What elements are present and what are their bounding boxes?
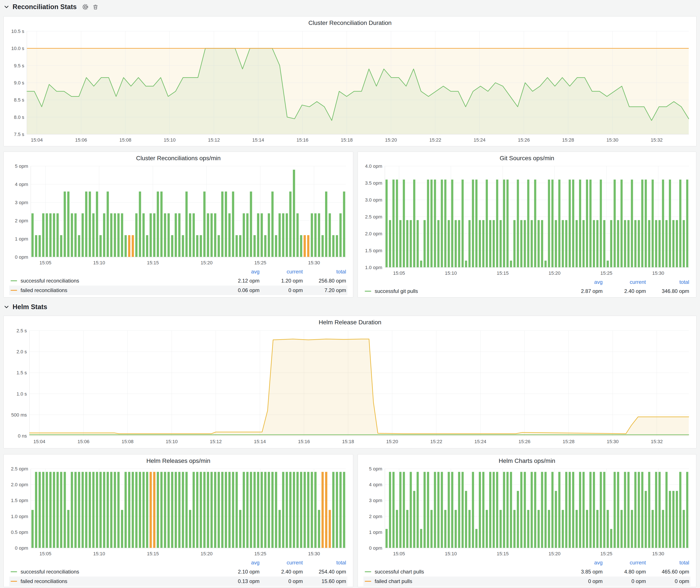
bar-successful-git-pulls[interactable]	[589, 179, 592, 267]
bar-successful-reconciliations[interactable]	[117, 472, 119, 548]
bar-successful-chart-pulls[interactable]	[458, 472, 460, 548]
bar-successful-reconciliations[interactable]	[268, 213, 270, 257]
bar-successful-reconciliations[interactable]	[35, 472, 37, 548]
helm-releases-opm-chart[interactable]: 0 opm0.5 opm1.0 opm1.5 opm2.0 opm2.5 opm…	[5, 466, 352, 558]
bar-successful-reconciliations[interactable]	[332, 472, 334, 548]
bar-successful-git-pulls[interactable]	[541, 220, 543, 267]
bar-successful-reconciliations[interactable]	[193, 472, 195, 548]
bar-successful-reconciliations[interactable]	[100, 472, 102, 548]
bar-successful-chart-pulls[interactable]	[472, 472, 474, 548]
bar-successful-reconciliations[interactable]	[121, 510, 123, 548]
section-title[interactable]: Reconciliation Stats	[13, 3, 77, 11]
bar-successful-reconciliations[interactable]	[139, 191, 141, 257]
bar-successful-reconciliations[interactable]	[304, 472, 306, 548]
bar-successful-reconciliations[interactable]	[264, 235, 266, 257]
bar-successful-git-pulls[interactable]	[427, 179, 429, 267]
bar-successful-git-pulls[interactable]	[420, 260, 422, 267]
bar-successful-chart-pulls[interactable]	[603, 472, 605, 548]
bar-successful-reconciliations[interactable]	[74, 213, 77, 257]
bar-successful-chart-pulls[interactable]	[396, 510, 398, 548]
bar-successful-git-pulls[interactable]	[510, 260, 512, 267]
section-title[interactable]: Helm Stats	[13, 303, 47, 311]
git-sources-opm-chart[interactable]: 1.0 opm1.5 opm2.0 opm2.5 opm3.0 opm3.5 o…	[359, 163, 695, 277]
bar-successful-reconciliations[interactable]	[203, 191, 205, 257]
bar-successful-git-pulls[interactable]	[444, 179, 447, 267]
bar-successful-reconciliations[interactable]	[321, 235, 324, 257]
bar-successful-reconciliations[interactable]	[293, 472, 295, 548]
bar-successful-chart-pulls[interactable]	[645, 491, 647, 548]
bar-successful-git-pulls[interactable]	[658, 220, 661, 267]
bar-successful-git-pulls[interactable]	[520, 220, 523, 267]
legend-column-avg[interactable]: avg	[559, 279, 603, 285]
bar-successful-chart-pulls[interactable]	[576, 510, 578, 548]
bar-successful-chart-pulls[interactable]	[413, 491, 415, 548]
bar-successful-reconciliations[interactable]	[146, 472, 148, 548]
panel-title[interactable]: Helm Release Duration	[4, 316, 696, 327]
bar-successful-reconciliations[interactable]	[261, 213, 263, 257]
bar-successful-chart-pulls[interactable]	[662, 510, 664, 548]
bar-successful-reconciliations[interactable]	[300, 235, 302, 257]
bar-successful-reconciliations[interactable]	[103, 213, 105, 257]
bar-successful-chart-pulls[interactable]	[417, 472, 419, 548]
bar-successful-reconciliations[interactable]	[210, 472, 213, 548]
bar-successful-git-pulls[interactable]	[545, 260, 547, 267]
bar-successful-chart-pulls[interactable]	[437, 472, 440, 548]
bar-successful-git-pulls[interactable]	[475, 179, 477, 267]
bar-successful-reconciliations[interactable]	[253, 472, 256, 548]
bar-successful-git-pulls[interactable]	[631, 179, 633, 267]
bar-successful-chart-pulls[interactable]	[420, 529, 422, 548]
bar-successful-chart-pulls[interactable]	[475, 529, 477, 548]
bar-successful-chart-pulls[interactable]	[431, 510, 433, 548]
bar-successful-git-pulls[interactable]	[617, 220, 619, 267]
bar-successful-git-pulls[interactable]	[531, 220, 533, 267]
bar-successful-chart-pulls[interactable]	[541, 472, 543, 548]
bar-successful-chart-pulls[interactable]	[683, 510, 685, 548]
legend-column-current[interactable]: current	[260, 560, 303, 566]
bar-successful-reconciliations[interactable]	[114, 213, 116, 257]
bar-successful-chart-pulls[interactable]	[479, 472, 481, 548]
bar-successful-chart-pulls[interactable]	[638, 472, 640, 548]
bar-successful-reconciliations[interactable]	[275, 235, 277, 257]
bar-successful-chart-pulls[interactable]	[555, 491, 557, 548]
bar-successful-git-pulls[interactable]	[638, 220, 640, 267]
bar-successful-chart-pulls[interactable]	[513, 510, 516, 548]
bar-successful-reconciliations[interactable]	[314, 213, 316, 257]
bar-successful-chart-pulls[interactable]	[655, 472, 657, 548]
bar-successful-reconciliations[interactable]	[232, 191, 234, 257]
bar-successful-reconciliations[interactable]	[200, 472, 202, 548]
bar-successful-reconciliations[interactable]	[250, 472, 252, 548]
bar-successful-git-pulls[interactable]	[669, 179, 671, 267]
bar-successful-reconciliations[interactable]	[343, 472, 345, 548]
bar-successful-git-pulls[interactable]	[572, 179, 574, 267]
bar-successful-chart-pulls[interactable]	[589, 472, 592, 548]
bar-successful-reconciliations[interactable]	[67, 510, 69, 548]
bar-successful-chart-pulls[interactable]	[593, 472, 595, 548]
bar-successful-git-pulls[interactable]	[424, 220, 426, 267]
bar-successful-git-pulls[interactable]	[472, 179, 474, 267]
helm-release-duration-chart[interactable]: 0 ns500 ms1.0 s1.5 s2.0 s2.5 s15:0415:06…	[5, 327, 695, 446]
bar-failed-reconciliations[interactable]	[128, 235, 130, 257]
bar-successful-chart-pulls[interactable]	[493, 472, 495, 548]
bar-successful-git-pulls[interactable]	[448, 220, 450, 267]
legend-column-current[interactable]: current	[260, 269, 303, 275]
bar-successful-chart-pulls[interactable]	[672, 491, 674, 548]
bar-successful-chart-pulls[interactable]	[610, 529, 612, 548]
bar-successful-git-pulls[interactable]	[600, 179, 602, 267]
bar-successful-chart-pulls[interactable]	[652, 510, 654, 548]
bar-successful-reconciliations[interactable]	[314, 472, 316, 548]
bar-successful-reconciliations[interactable]	[53, 472, 55, 548]
bar-successful-chart-pulls[interactable]	[517, 491, 519, 548]
bar-successful-git-pulls[interactable]	[586, 179, 588, 267]
bar-successful-chart-pulls[interactable]	[399, 472, 402, 548]
cluster-reconciliation-duration-chart[interactable]: 7.5 s8.0 s8.5 s9.0 s9.5 s10.0 s10.5 s15:…	[5, 28, 695, 145]
bar-successful-git-pulls[interactable]	[493, 220, 495, 267]
bar-successful-reconciliations[interactable]	[282, 472, 284, 548]
bar-successful-reconciliations[interactable]	[64, 472, 66, 548]
bar-successful-chart-pulls[interactable]	[617, 472, 619, 548]
bar-successful-git-pulls[interactable]	[403, 179, 405, 267]
bar-successful-reconciliations[interactable]	[110, 472, 112, 548]
bar-successful-reconciliations[interactable]	[164, 472, 166, 548]
bar-successful-chart-pulls[interactable]	[434, 472, 436, 548]
bar-successful-chart-pulls[interactable]	[510, 472, 512, 548]
bar-successful-git-pulls[interactable]	[641, 179, 644, 267]
